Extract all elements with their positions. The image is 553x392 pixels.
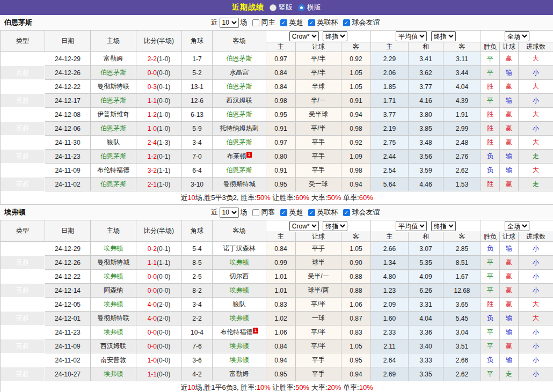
league-friendly-checkbox[interactable] <box>343 19 350 26</box>
league-cup-checkbox[interactable] <box>308 19 315 26</box>
away-team-cell[interactable]: 埃弗顿 <box>213 339 266 353</box>
home-team-cell[interactable]: 伯恩茅斯 <box>91 150 136 164</box>
league-epl-checkbox[interactable] <box>280 19 287 26</box>
away-team-cell[interactable]: 曼彻斯特城 <box>213 177 266 191</box>
full-match-select[interactable]: 全场 <box>505 221 529 231</box>
home-team-cell[interactable]: 狼队 <box>91 136 136 150</box>
away-team-cell[interactable]: 伯恩茅斯 <box>213 136 266 150</box>
radio-checked-icon[interactable] <box>298 4 305 11</box>
league-cup-checkbox[interactable] <box>308 209 315 216</box>
home-team-cell[interactable]: 伯恩茅斯 <box>91 66 136 80</box>
crown-home-odds: 0.95 <box>266 367 296 381</box>
home-team-cell[interactable]: 埃弗顿 <box>91 367 136 381</box>
score-cell: 2-2(1-0) <box>136 52 182 66</box>
radio-unchecked-icon[interactable] <box>270 4 276 11</box>
away-team-name: 伯恩茅斯 <box>227 166 252 174</box>
league-cell[interactable]: 英超 <box>1 66 45 80</box>
crown-home-odds: 0.97 <box>266 52 296 66</box>
league-cup-label: 英联杯 <box>317 208 338 217</box>
avg-ref-select[interactable]: 终指 <box>431 221 456 231</box>
same-venue-checkbox[interactable] <box>252 19 259 26</box>
away-team-cell[interactable]: 埃弗顿 <box>213 353 266 367</box>
home-team-cell[interactable]: 富勒姆 <box>91 52 136 66</box>
home-team-cell[interactable]: 布伦特福德 <box>91 164 136 177</box>
crown-ref-select[interactable]: 终指 <box>323 31 347 41</box>
home-team-cell[interactable]: 伯恩茅斯 <box>91 94 136 108</box>
crown-bookmaker-select[interactable]: Crow* <box>289 31 319 41</box>
away-team-cell[interactable]: 布莱顿1 <box>213 150 266 164</box>
home-team-cell[interactable]: 伯恩茅斯 <box>91 122 136 136</box>
score-cell: 0-0(0-0) <box>136 66 182 80</box>
away-team-cell[interactable]: 布伦特福德1 <box>213 326 266 339</box>
league-cell[interactable]: 英超 <box>1 367 45 381</box>
league-cell[interactable]: 英超 <box>1 353 45 367</box>
away-team-cell[interactable]: 埃弗顿 <box>213 312 266 326</box>
league-cell[interactable]: 英超 <box>1 242 45 256</box>
away-team-cell[interactable]: 伯恩茅斯 <box>213 164 266 177</box>
recent-count-select[interactable]: 10 <box>220 208 239 218</box>
away-team-cell[interactable]: 埃弗顿 <box>213 256 266 270</box>
radio-vertical-layout[interactable]: 竖版 <box>270 3 293 12</box>
away-team-cell[interactable]: 埃弗顿 <box>213 284 266 298</box>
home-team-cell[interactable]: 埃弗顿 <box>91 242 136 256</box>
league-cell[interactable]: 英超 <box>1 298 45 312</box>
avg-bookmaker-select[interactable]: 平均值 <box>396 31 427 41</box>
league-cell[interactable]: 英超 <box>1 136 45 150</box>
same-venue-checkbox[interactable] <box>252 209 259 216</box>
league-cell[interactable]: 英超 <box>1 312 45 326</box>
away-team-cell[interactable]: 托特纳姆热刺 <box>213 122 266 136</box>
away-team-cell[interactable]: 西汉姆联 <box>213 94 266 108</box>
avg-draw-odds: 3.62 <box>409 66 443 80</box>
home-team-cell[interactable]: 曼彻斯特城 <box>91 256 136 270</box>
away-team-name: 埃弗顿 <box>230 356 249 364</box>
col-type: 类型 <box>1 31 45 52</box>
avg-bookmaker-select[interactable]: 平均值 <box>396 221 427 231</box>
away-team-cell[interactable]: 水晶宫 <box>213 66 266 80</box>
halftime-score: (0-0) <box>157 69 170 77</box>
league-cell[interactable]: 英超 <box>1 108 45 122</box>
away-team-cell[interactable]: 伯恩茅斯 <box>213 108 266 122</box>
home-team-cell[interactable]: 埃弗顿 <box>91 270 136 284</box>
league-epl-checkbox[interactable] <box>280 209 287 216</box>
league-cell[interactable]: 英超 <box>1 80 45 94</box>
home-team-cell[interactable]: 伊普斯维奇 <box>91 108 136 122</box>
league-cell[interactable]: 英超 <box>1 164 45 177</box>
home-team-cell[interactable]: 埃弗顿 <box>91 326 136 339</box>
avg-ref-select[interactable]: 终指 <box>431 31 456 41</box>
score-cell: 1-0(0-0) <box>136 353 182 367</box>
avg-away-odds: 3.44 <box>443 66 481 80</box>
league-friendly-checkbox[interactable] <box>343 209 350 216</box>
league-cell[interactable]: 英超 <box>1 284 45 298</box>
away-team-cell[interactable]: 切尔西 <box>213 270 266 284</box>
league-cell[interactable]: 英超 <box>1 150 45 164</box>
away-team-cell[interactable]: 富勒姆 <box>213 367 266 381</box>
crown-ref-select[interactable]: 终指 <box>323 221 347 231</box>
away-team-cell[interactable]: 诺丁汉森林 <box>213 242 266 256</box>
home-team-cell[interactable]: 埃弗顿 <box>91 298 136 312</box>
recent-count-select[interactable]: 10 <box>220 18 239 28</box>
league-cell[interactable]: 英超 <box>1 326 45 339</box>
league-cell[interactable]: 英超 <box>1 122 45 136</box>
away-team-cell[interactable]: 伯恩茅斯 <box>213 80 266 94</box>
league-cell[interactable]: 英超 <box>1 52 45 66</box>
full-match-select[interactable]: 全场 <box>505 31 529 41</box>
result-handicap: 赢 <box>500 108 519 122</box>
league-cell[interactable]: 英超 <box>1 270 45 284</box>
avg-home-odds: 2.44 <box>371 150 409 164</box>
radio-horizontal-layout[interactable]: 横版 <box>298 3 321 12</box>
home-team-cell[interactable]: 曼彻斯特联 <box>91 80 136 94</box>
league-cell[interactable]: 英超 <box>1 94 45 108</box>
home-team-cell[interactable]: 伯恩茅斯 <box>91 177 136 191</box>
away-team-cell[interactable]: 伯恩茅斯 <box>213 52 266 66</box>
league-cell[interactable]: 英超 <box>1 256 45 270</box>
crown-handicap: 受一球 <box>296 177 341 191</box>
home-team-cell[interactable]: 阿森纳 <box>91 284 136 298</box>
league-cell[interactable]: 英超 <box>1 339 45 353</box>
home-team-cell[interactable]: 西汉姆联 <box>91 339 136 353</box>
date-cell: 24-11-02 <box>45 177 91 191</box>
crown-bookmaker-select[interactable]: Crow* <box>289 221 319 231</box>
away-team-cell[interactable]: 狼队 <box>213 298 266 312</box>
home-team-cell[interactable]: 曼彻斯特联 <box>91 312 136 326</box>
league-cell[interactable]: 英超 <box>1 177 45 191</box>
home-team-cell[interactable]: 南安普敦 <box>91 353 136 367</box>
